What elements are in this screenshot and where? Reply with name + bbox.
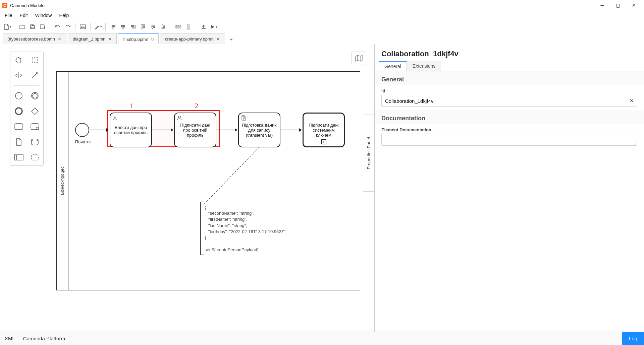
properties-title: Collaboration_1dkjf4v xyxy=(375,44,644,61)
image-icon[interactable] xyxy=(78,22,88,31)
deploy-button[interactable] xyxy=(199,22,208,31)
tab-2[interactable]: finalbp.bpmn xyxy=(118,33,158,44)
call-activity[interactable]: Підписати дані системним ключем + xyxy=(303,113,345,147)
sequence-flow[interactable] xyxy=(280,130,302,130)
start-event-tool-icon[interactable] xyxy=(13,90,24,101)
id-input[interactable] xyxy=(381,95,637,107)
svg-point-11 xyxy=(15,92,22,99)
align-bottom-button[interactable] xyxy=(159,22,168,31)
close-icon[interactable]: ✕ xyxy=(216,37,220,42)
menubar: File Edit Window Help xyxy=(0,11,644,20)
sequence-flow[interactable] xyxy=(216,130,237,130)
hand-tool-icon[interactable] xyxy=(13,55,24,65)
undo-button[interactable] xyxy=(53,22,62,31)
svg-rect-10 xyxy=(32,57,38,63)
tab-3[interactable]: create-app-primary.bpmn ✕ xyxy=(160,33,225,44)
task-tool-icon[interactable] xyxy=(13,121,24,132)
script-task-icon xyxy=(241,115,246,121)
color-tool-button[interactable]: ▾ xyxy=(93,22,103,31)
task-label: Підготовка даних для запису (transient v… xyxy=(241,123,277,138)
user-task-icon xyxy=(112,115,118,121)
lasso-tool-icon[interactable] xyxy=(30,55,40,65)
tab-general[interactable]: General xyxy=(379,61,407,71)
data-object-tool-icon[interactable] xyxy=(13,137,24,147)
dirty-indicator-icon xyxy=(151,38,154,41)
window-close-button[interactable]: ✕ xyxy=(626,0,641,10)
log-button[interactable]: Log xyxy=(622,332,644,345)
space-tool-icon[interactable] xyxy=(13,70,24,81)
documentation-textarea[interactable] xyxy=(381,134,637,146)
align-center-v-button[interactable] xyxy=(149,22,158,31)
pool-header[interactable]: Бізнес-процес xyxy=(57,72,68,290)
tab-label: diagram_1.bpmn xyxy=(73,37,106,42)
distribute-h-button[interactable] xyxy=(174,22,183,31)
distribute-v-button[interactable] xyxy=(184,22,193,31)
annotation-number-1: 1 xyxy=(130,101,133,110)
window-maximize-button[interactable]: ▢ xyxy=(610,0,626,10)
section-documentation: Documentation xyxy=(375,110,644,124)
intermediate-event-tool-icon[interactable] xyxy=(30,90,40,101)
diagram-canvas[interactable]: Бізнес-процес Початок 1 2 Внести дані пр… xyxy=(0,44,374,332)
tab-label: create-app-primary.bpmn xyxy=(165,37,214,42)
close-icon[interactable]: ✕ xyxy=(58,37,61,42)
user-task-1[interactable]: Внести дані про освітній профіль xyxy=(110,113,152,147)
svg-rect-21 xyxy=(32,155,38,160)
svg-rect-5 xyxy=(178,25,179,28)
svg-point-23 xyxy=(178,116,180,118)
menu-edit[interactable]: Edit xyxy=(16,12,31,19)
view-xml-button[interactable]: XML xyxy=(5,336,15,341)
align-right-button[interactable] xyxy=(128,22,138,31)
window-minimize-button[interactable]: ─ xyxy=(595,0,610,10)
new-file-button[interactable]: ▾ xyxy=(3,22,12,31)
script-task[interactable]: Підготовка даних для запису (transient v… xyxy=(238,113,280,147)
tab-0[interactable]: 3typessubprocess.bpmn ✕ xyxy=(3,33,66,44)
connect-tool-icon[interactable] xyxy=(30,70,40,81)
properties-panel-toggle-label: Properties Panel xyxy=(366,137,371,169)
redo-button[interactable] xyxy=(63,22,72,31)
svg-rect-7 xyxy=(187,24,190,25)
data-store-tool-icon[interactable] xyxy=(30,137,40,147)
run-button[interactable]: ▾ xyxy=(209,22,218,31)
participant-pool[interactable]: Бізнес-процес xyxy=(56,71,360,290)
annotation-number-2: 2 xyxy=(195,101,198,110)
save-button[interactable] xyxy=(28,22,37,31)
sequence-flow[interactable] xyxy=(89,130,109,130)
group-tool-icon[interactable] xyxy=(30,152,40,163)
id-label: Id xyxy=(381,88,637,93)
properties-panel-toggle[interactable]: Properties Panel xyxy=(363,115,374,192)
start-event[interactable] xyxy=(75,123,89,137)
pool-label: Бізнес-процес xyxy=(60,166,65,195)
user-task-2[interactable]: Підписати дані про освітній профіль xyxy=(174,113,216,147)
svg-rect-19 xyxy=(14,155,23,160)
menu-window[interactable]: Window xyxy=(32,12,55,19)
app-title: Camunda Modeler xyxy=(10,3,46,8)
platform-label[interactable]: Camunda Platform xyxy=(23,336,65,341)
align-center-h-button[interactable] xyxy=(118,22,128,31)
minimap-toggle[interactable] xyxy=(352,52,366,65)
tab-1[interactable]: diagram_1.bpmn ✕ xyxy=(68,33,117,44)
align-left-button[interactable] xyxy=(108,22,118,31)
svg-rect-4 xyxy=(176,25,177,28)
svg-rect-0 xyxy=(31,27,34,29)
close-icon[interactable]: ✕ xyxy=(108,37,112,42)
svg-point-13 xyxy=(33,93,37,98)
sequence-flow[interactable] xyxy=(152,130,173,130)
align-top-button[interactable] xyxy=(139,22,148,31)
gateway-tool-icon[interactable] xyxy=(30,106,40,117)
tabbar: 3typessubprocess.bpmn ✕ diagram_1.bpmn ✕… xyxy=(0,33,644,44)
menu-file[interactable]: File xyxy=(1,12,16,19)
clear-icon[interactable]: ✕ xyxy=(630,98,634,104)
new-tab-button[interactable]: + xyxy=(226,35,236,44)
save-as-button[interactable] xyxy=(38,22,47,31)
open-button[interactable] xyxy=(18,22,27,31)
tab-extensions[interactable]: Extensions xyxy=(407,61,441,71)
text-annotation[interactable]: { "secondName": "string", "firstName": "… xyxy=(205,204,285,253)
properties-panel: Collaboration_1dkjf4v General Extensions… xyxy=(374,44,644,332)
svg-point-18 xyxy=(32,139,38,141)
end-event-tool-icon[interactable] xyxy=(13,106,24,117)
subprocess-tool-icon[interactable] xyxy=(30,121,40,132)
task-label: Підписати дані системним ключем xyxy=(306,123,341,138)
menu-help[interactable]: Help xyxy=(56,12,72,19)
pool-tool-icon[interactable] xyxy=(13,152,24,163)
svg-rect-8 xyxy=(187,26,190,27)
